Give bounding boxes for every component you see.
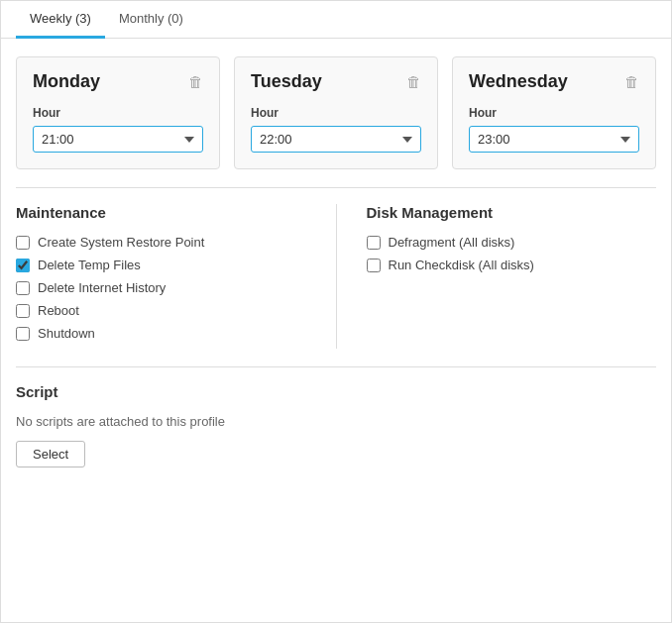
- card-header-tuesday: Tuesday 🗑: [251, 71, 421, 92]
- checkbox-item-checkdisk: Run Checkdisk (All disks): [367, 258, 657, 272]
- tab-bar: Weekly (3) Monthly (0): [1, 1, 671, 39]
- disk-management-title: Disk Management: [367, 204, 657, 221]
- checkbox-item-tempfiles: Delete Temp Files: [16, 258, 306, 272]
- checkbox-label-defrag: Defragment (All disks): [389, 235, 515, 250]
- tab-monthly[interactable]: Monthly (0): [105, 1, 197, 39]
- card-header-monday: Monday 🗑: [33, 71, 203, 92]
- checkbox-restore[interactable]: [16, 236, 30, 250]
- two-col-layout: Maintenance Create System Restore Point …: [16, 187, 656, 349]
- checkbox-item-shutdown: Shutdown: [16, 326, 306, 341]
- checkbox-label-tempfiles: Delete Temp Files: [38, 258, 141, 272]
- checkbox-item-history: Delete Internet History: [16, 280, 306, 295]
- maintenance-title: Maintenance: [16, 204, 306, 221]
- day-label-tuesday: Tuesday: [251, 71, 322, 92]
- checkbox-history[interactable]: [16, 281, 30, 295]
- day-label-monday: Monday: [33, 71, 100, 92]
- delete-monday-icon[interactable]: 🗑: [188, 73, 203, 90]
- checkbox-defrag[interactable]: [367, 236, 381, 250]
- script-section: Script No scripts are attached to this p…: [16, 366, 656, 467]
- schedule-card-wednesday: Wednesday 🗑 Hour 21:00 22:00 23:00 00:00: [452, 56, 656, 169]
- hour-select-monday[interactable]: 21:00 22:00 23:00 00:00: [33, 126, 203, 153]
- checkbox-item-reboot: Reboot: [16, 303, 306, 318]
- checkbox-label-reboot: Reboot: [38, 303, 79, 318]
- script-title: Script: [16, 383, 656, 400]
- checkbox-label-shutdown: Shutdown: [38, 326, 95, 341]
- script-select-button[interactable]: Select: [16, 441, 85, 467]
- hour-select-wednesday[interactable]: 21:00 22:00 23:00 00:00: [469, 126, 639, 153]
- schedule-row: Monday 🗑 Hour 21:00 22:00 23:00 00:00 Tu…: [1, 39, 671, 187]
- hour-label-monday: Hour: [33, 106, 203, 120]
- main-container: Weekly (3) Monthly (0) Monday 🗑 Hour 21:…: [0, 0, 672, 623]
- script-empty-message: No scripts are attached to this profile: [16, 414, 656, 429]
- schedule-card-tuesday: Tuesday 🗑 Hour 21:00 22:00 23:00 00:00: [234, 56, 438, 169]
- tab-weekly[interactable]: Weekly (3): [16, 1, 105, 39]
- checkbox-label-checkdisk: Run Checkdisk (All disks): [389, 258, 534, 272]
- disk-management-section: Disk Management Defragment (All disks) R…: [367, 204, 657, 349]
- delete-tuesday-icon[interactable]: 🗑: [406, 73, 421, 90]
- checkbox-reboot[interactable]: [16, 304, 30, 318]
- checkbox-shutdown[interactable]: [16, 327, 30, 341]
- maintenance-section: Maintenance Create System Restore Point …: [16, 204, 337, 349]
- lower-section: Maintenance Create System Restore Point …: [1, 187, 671, 482]
- day-label-wednesday: Wednesday: [469, 71, 568, 92]
- checkbox-item-restore: Create System Restore Point: [16, 235, 306, 250]
- checkbox-tempfiles[interactable]: [16, 259, 30, 272]
- hour-label-wednesday: Hour: [469, 106, 639, 120]
- checkbox-label-restore: Create System Restore Point: [38, 235, 204, 250]
- hour-label-tuesday: Hour: [251, 106, 421, 120]
- delete-wednesday-icon[interactable]: 🗑: [624, 73, 639, 90]
- schedule-card-monday: Monday 🗑 Hour 21:00 22:00 23:00 00:00: [16, 56, 220, 169]
- hour-select-tuesday[interactable]: 21:00 22:00 23:00 00:00: [251, 126, 421, 153]
- checkbox-checkdisk[interactable]: [367, 259, 381, 272]
- checkbox-item-defrag: Defragment (All disks): [367, 235, 657, 250]
- card-header-wednesday: Wednesday 🗑: [469, 71, 639, 92]
- checkbox-label-history: Delete Internet History: [38, 280, 166, 295]
